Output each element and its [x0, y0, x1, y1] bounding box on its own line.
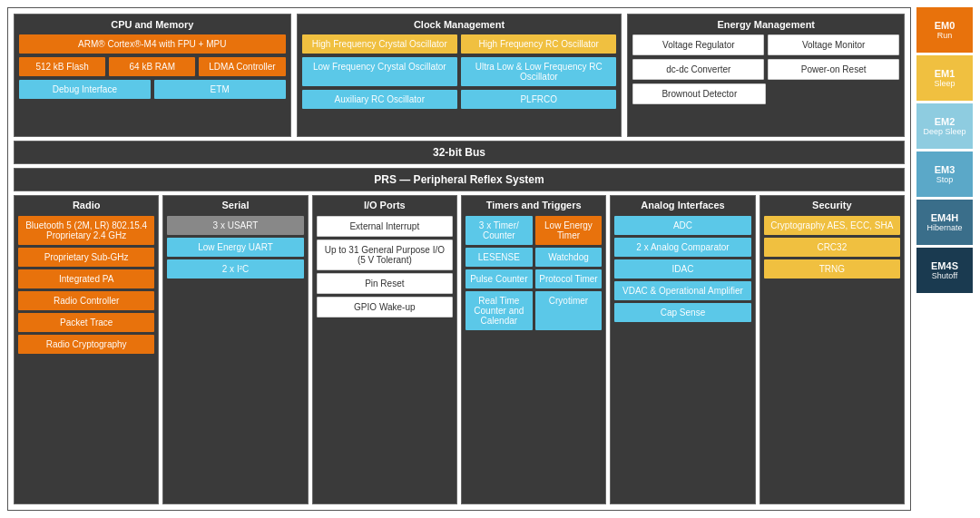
em3-sub: Stop	[936, 175, 954, 184]
rtc-block: Real Time Counter and Calendar	[466, 291, 533, 330]
energy-grid: Voltage Regulator Voltage Monitor dc-dc …	[632, 34, 899, 104]
em4s-item: EM4S Shutoff	[916, 248, 973, 293]
int-pa-block: Integrated PA	[18, 269, 154, 288]
energy-section: Energy Management Voltage Regulator Volt…	[627, 14, 905, 137]
security-title: Security	[764, 200, 900, 210]
hf-rc-block: High Frequency RC Oscillator	[461, 34, 616, 54]
protocol-timer-block: Protocol Timer	[535, 269, 603, 288]
clock-title: Clock Management	[302, 19, 617, 30]
ram-block: 64 kB RAM	[109, 57, 195, 76]
ulf-rc-block: Ultra Low & Low Frequency RC Oscillator	[461, 57, 616, 86]
etm-block: ETM	[154, 80, 286, 99]
voltage-reg-block: Voltage Regulator	[632, 34, 764, 55]
em2-sub: Deep Sleep	[923, 127, 965, 136]
em4h-label: EM4H	[931, 212, 959, 223]
em0-label: EM0	[935, 20, 956, 31]
em4s-sub: Shutoff	[932, 271, 957, 280]
radio-crypto-block: Radio Cryptography	[18, 335, 154, 354]
packet-trace-block: Packet Trace	[18, 313, 154, 332]
security-section: Security Cryptography AES, ECC, SHA CRC3…	[760, 195, 905, 504]
cpu-section: CPU and Memory ARM® Cortex®-M4 with FPU …	[14, 14, 291, 137]
em1-item: EM1 Sleep	[916, 55, 973, 101]
em3-item: EM3 Stop	[916, 151, 973, 197]
timer-counter-block: 3 x Timer/ Counter	[466, 216, 533, 245]
lesense-block: LESENSE	[466, 248, 533, 267]
io-title: I/O Ports	[317, 200, 453, 210]
debug-block: Debug Interface	[19, 80, 151, 99]
cap-sense-block: Cap Sense	[614, 303, 750, 322]
ext-int-block: External Interrupt	[317, 216, 453, 237]
em1-label: EM1	[935, 68, 956, 79]
em2-item: EM2 Deep Sleep	[916, 103, 973, 149]
em0-item: EM0 Run	[916, 7, 973, 53]
cpu-title: CPU and Memory	[19, 19, 286, 30]
cryotimer-block: Cryotimer	[535, 291, 603, 330]
aux-rc-block: Auxiliary RC Oscillator	[302, 90, 457, 109]
prs-row: PRS — Peripheral Reflex System	[14, 168, 905, 191]
watchdog-block: Watchdog	[535, 248, 603, 267]
energy-title: Energy Management	[632, 19, 899, 30]
hf-crystal-block: High Frequency Crystal Oscillator	[302, 34, 457, 54]
analog-section: Analog Interfaces ADC 2 x Analog Compara…	[610, 195, 755, 504]
plfrco-block: PLFRCO	[461, 90, 616, 109]
em4s-label: EM4S	[931, 260, 958, 271]
lf-crystal-block: Low Frequency Crystal Oscillator	[302, 57, 457, 86]
usart-block: 3 x USART	[167, 216, 303, 235]
dc-dc-block: dc-dc Converter	[632, 59, 764, 80]
cpu-row-2: Debug Interface ETM	[19, 80, 286, 99]
timers-section: Timers and Triggers 3 x Timer/ Counter L…	[461, 195, 606, 504]
clock-grid: High Frequency Crystal Oscillator High F…	[302, 34, 617, 109]
voltage-mon-block: Voltage Monitor	[768, 34, 899, 55]
vdac-block: VDAC & Operational Amplifier	[614, 281, 750, 300]
bt-block: Bluetooth 5 (2M, LR) 802.15.4 Proprietar…	[18, 216, 154, 245]
gp-io-block: Up to 31 General Purpose I/O (5 V Tolera…	[317, 239, 453, 270]
top-row: CPU and Memory ARM® Cortex®-M4 with FPU …	[14, 14, 905, 137]
crc32-block: CRC32	[764, 238, 900, 257]
timers-title: Timers and Triggers	[466, 200, 602, 210]
gpio-wake-block: GPIO Wake-up	[317, 297, 453, 318]
sub-ghz-block: Proprietary Sub-GHz	[18, 248, 154, 267]
bottom-row: Radio Bluetooth 5 (2M, LR) 802.15.4 Prop…	[14, 195, 905, 504]
serial-section: Serial 3 x USART Low Energy UART 2 x I²C	[162, 195, 308, 504]
em-panel: EM0 Run EM1 Sleep EM2 Deep Sleep EM3 Sto…	[916, 7, 973, 511]
em2-label: EM2	[935, 116, 956, 127]
radio-section: Radio Bluetooth 5 (2M, LR) 802.15.4 Prop…	[14, 195, 159, 504]
crypto-block: Cryptography AES, ECC, SHA	[764, 216, 900, 235]
em1-sub: Sleep	[934, 79, 955, 88]
io-section: I/O Ports External Interrupt Up to 31 Ge…	[312, 195, 457, 504]
flash-block: 512 kB Flash	[19, 57, 105, 76]
arm-block: ARM® Cortex®-M4 with FPU + MPU	[19, 34, 286, 54]
diagram-area: CPU and Memory ARM® Cortex®-M4 with FPU …	[7, 7, 911, 511]
cpu-row-1: 512 kB Flash 64 kB RAM LDMA Controller	[19, 57, 286, 76]
ldma-block: LDMA Controller	[199, 57, 285, 76]
main-container: CPU and Memory ARM® Cortex®-M4 with FPU …	[0, 0, 980, 518]
em0-sub: Run	[937, 31, 953, 40]
i2c-block: 2 x I²C	[167, 259, 303, 279]
em4h-sub: Hibernate	[926, 223, 962, 232]
bus-row: 32-bit Bus	[14, 141, 905, 164]
le-uart-block: Low Energy UART	[167, 238, 303, 257]
clock-section: Clock Management High Frequency Crystal …	[297, 14, 622, 137]
idac-block: IDAC	[614, 259, 750, 279]
power-on-block: Power-on Reset	[768, 59, 899, 80]
radio-title: Radio	[18, 200, 154, 210]
cpu-inner: ARM® Cortex®-M4 with FPU + MPU 512 kB Fl…	[19, 34, 286, 99]
brownout-block: Brownout Detector	[632, 83, 766, 104]
pulse-counter-block: Pulse Counter	[466, 269, 533, 288]
pin-reset-block: Pin Reset	[317, 273, 453, 294]
comp-block: 2 x Analog Comparator	[614, 238, 750, 257]
analog-title: Analog Interfaces	[614, 200, 750, 210]
em4h-item: EM4H Hibernate	[916, 200, 973, 245]
timers-grid: 3 x Timer/ Counter Low Energy Timer LESE…	[466, 216, 602, 330]
adc-block: ADC	[614, 216, 750, 235]
em3-label: EM3	[935, 164, 956, 175]
trng-block: TRNG	[764, 259, 900, 279]
radio-ctrl-block: Radio Controller	[18, 291, 154, 310]
low-energy-timer-block: Low Energy Timer	[535, 216, 603, 245]
serial-title: Serial	[167, 200, 303, 210]
